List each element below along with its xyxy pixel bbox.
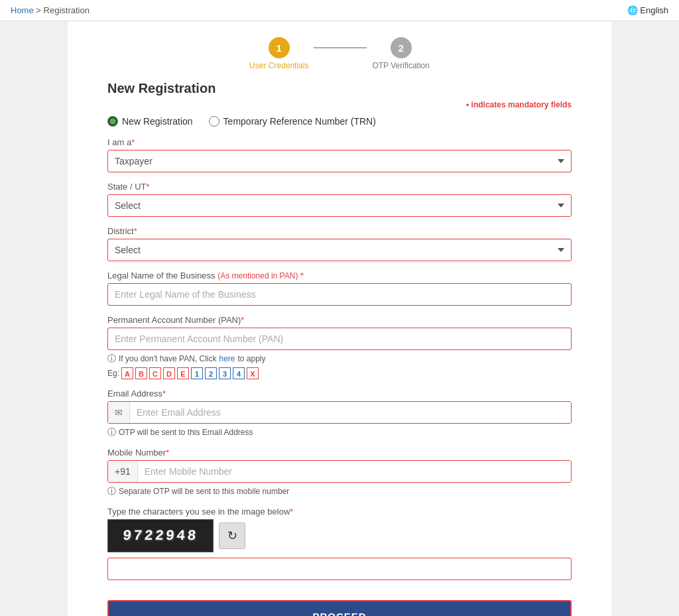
state-ut-select[interactable]: Select Andhra Pradesh Arunachal Pradesh … bbox=[107, 194, 572, 217]
pan-field: Permanent Account Number (PAN)* ⓘ If you… bbox=[107, 315, 572, 379]
mobile-input[interactable] bbox=[138, 461, 571, 482]
state-ut-label: State / UT* bbox=[107, 182, 572, 192]
breadcrumb-current: Registration bbox=[44, 5, 90, 15]
breadcrumb-separator: > bbox=[36, 5, 43, 15]
i-am-a-field: I am a* Taxpayer Tax Deductor Tax Collec… bbox=[107, 137, 572, 172]
state-ut-field: State / UT* Select Andhra Pradesh Arunac… bbox=[107, 182, 572, 217]
mobile-info-icon: ⓘ bbox=[107, 485, 116, 497]
page-title: New Registration bbox=[107, 81, 572, 96]
pan-helper: ⓘ If you don't have PAN, Click here to a… bbox=[107, 353, 572, 365]
email-input-wrap: ✉ bbox=[107, 401, 572, 424]
legal-name-label: Legal Name of the Business (As mentioned… bbox=[107, 271, 572, 280]
step-1: 1 User Credentials bbox=[249, 37, 308, 70]
district-field: District* Select bbox=[107, 226, 572, 261]
pan-info-icon: ⓘ bbox=[107, 353, 116, 365]
pan-example: Eg: A B C D E 1 2 3 4 X bbox=[107, 367, 572, 379]
proceed-button[interactable]: PROCEED bbox=[107, 600, 572, 616]
i-am-a-select[interactable]: Taxpayer Tax Deductor Tax Collector (e-C… bbox=[107, 150, 572, 172]
mobile-input-wrap: +91 bbox=[107, 460, 572, 483]
step-2: 2 OTP Verification bbox=[372, 37, 429, 70]
email-input[interactable] bbox=[130, 402, 571, 423]
captcha-display: 9722948 bbox=[122, 528, 199, 544]
mobile-field: Mobile Number* +91 ⓘ Separate OTP will b… bbox=[107, 448, 572, 497]
new-registration-label: New Registration bbox=[122, 116, 193, 127]
language-selector[interactable]: 🌐 English bbox=[627, 5, 668, 15]
mobile-helper: ⓘ Separate OTP will be sent to this mobi… bbox=[107, 485, 572, 497]
trn-radio[interactable]: Temporary Reference Number (TRN) bbox=[209, 116, 376, 127]
captcha-image: 9722948 bbox=[107, 519, 214, 552]
breadcrumb: Home > Registration bbox=[11, 5, 90, 15]
email-icon: ✉ bbox=[108, 402, 130, 423]
home-link[interactable]: Home bbox=[11, 5, 34, 15]
pan-label: Permanent Account Number (PAN)* bbox=[107, 315, 572, 325]
captcha-wrap: 9722948 ↻ bbox=[107, 519, 572, 552]
trn-label: Temporary Reference Number (TRN) bbox=[223, 116, 376, 127]
captcha-label: Type the characters you see in the image… bbox=[107, 507, 572, 517]
main-content: 1 User Credentials 2 OTP Verification Ne… bbox=[68, 21, 611, 616]
new-registration-radio[interactable]: New Registration bbox=[107, 116, 193, 127]
step-2-label: OTP Verification bbox=[372, 61, 429, 70]
mandatory-note: • indicates mandatory fields bbox=[107, 100, 572, 109]
step-1-circle: 1 bbox=[269, 37, 290, 58]
mobile-label: Mobile Number* bbox=[107, 448, 572, 458]
registration-type-group: New Registration Temporary Reference Num… bbox=[107, 116, 572, 127]
stepper: 1 User Credentials 2 OTP Verification bbox=[68, 21, 611, 81]
step-connector bbox=[314, 47, 367, 48]
district-select[interactable]: Select bbox=[107, 239, 572, 261]
form-area: New Registration • indicates mandatory f… bbox=[68, 81, 611, 616]
district-label: District* bbox=[107, 226, 572, 236]
i-am-a-label: I am a* bbox=[107, 137, 572, 147]
legal-name-input[interactable] bbox=[107, 283, 572, 306]
captcha-field: Type the characters you see in the image… bbox=[107, 507, 572, 591]
email-field: Email Address* ✉ ⓘ OTP will be sent to t… bbox=[107, 389, 572, 438]
legal-name-field: Legal Name of the Business (As mentioned… bbox=[107, 271, 572, 306]
email-helper: ⓘ OTP will be sent to this Email Address bbox=[107, 426, 572, 438]
mobile-prefix: +91 bbox=[108, 461, 138, 482]
step-2-circle: 2 bbox=[391, 37, 412, 58]
pan-apply-link[interactable]: here bbox=[219, 354, 235, 363]
email-info-icon: ⓘ bbox=[107, 426, 116, 438]
step-1-label: User Credentials bbox=[249, 61, 308, 70]
pan-input[interactable] bbox=[107, 328, 572, 350]
email-label: Email Address* bbox=[107, 389, 572, 399]
top-nav: Home > Registration 🌐 English bbox=[0, 0, 679, 21]
captcha-input[interactable] bbox=[107, 558, 572, 580]
legal-name-note: (As mentioned in PAN) bbox=[217, 271, 298, 280]
captcha-refresh-button[interactable]: ↻ bbox=[219, 523, 245, 549]
